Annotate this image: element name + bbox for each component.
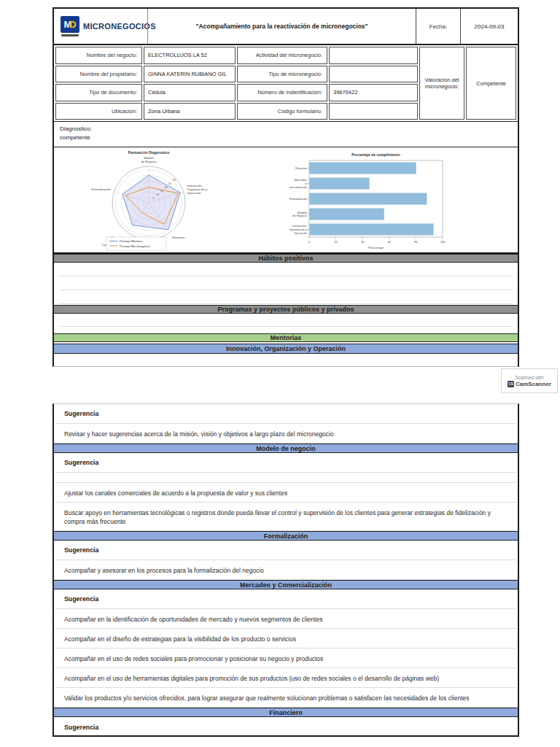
suggestion-text: Buscar apoyo en herramientas tecnológica… [55, 503, 516, 531]
document-title: "Acompañamiento para la reactivación de … [147, 9, 416, 44]
suggestion-text: Acompañar en el diseño de estrategias pa… [55, 629, 516, 649]
section-header: Modelo de negocio [54, 444, 518, 453]
section-header: Financiero [54, 708, 518, 717]
sugerencia-label: Sugerencia [55, 717, 516, 737]
camscanner-watermark: Scanned with CS CamScanner [501, 368, 558, 393]
bar-chart: Porcentaje de cumplimientoFinanzasMercad… [289, 149, 517, 252]
form-label: Ubicación: [55, 103, 142, 120]
svg-text:Porcentaje de cumplimiento: Porcentaje de cumplimiento [351, 152, 400, 157]
scanned-page-2: SugerenciaRevisar y hacer sugerencias ac… [52, 403, 519, 737]
micronegocios-logo: MD MICRONEGOCIOS [54, 9, 147, 44]
suggestion-text: Acompañar en el uso de redes sociales pa… [55, 649, 516, 668]
svg-text:0: 0 [308, 240, 311, 244]
form-value: Cédula [144, 84, 236, 101]
form-value: ELECTROLUJOS LA 52 [144, 47, 236, 64]
diagnostico-box: Diagnostico: competente [54, 122, 518, 147]
sugerencia-label: Sugerencia [55, 589, 516, 609]
form-value: 39670422 [329, 84, 418, 101]
logo-subtext [61, 34, 79, 36]
form-value: GINNA KATERIN RUBIANO GIL [144, 66, 236, 83]
section-header-mentorias: Mentorias [54, 333, 518, 342]
sugerencia-label: Sugerencia [55, 404, 516, 424]
svg-text:Porcentaje: Porcentaje [368, 246, 384, 249]
camscanner-icon: CS [508, 381, 514, 387]
svg-text:Formalización: Formalización [289, 197, 307, 201]
blank-line [59, 314, 513, 327]
valoracion-label: Valoracion delmicronegocio: [419, 47, 464, 120]
blank-line [59, 276, 513, 290]
suggestion-text: Acompañar en la identificación de oportu… [55, 609, 516, 629]
form-label: Número de indentificación: [237, 84, 327, 101]
svg-text:Operación: Operación [187, 191, 201, 195]
section-header-habitos: Hábitos positivos [54, 254, 518, 263]
fecha-value: 2024-09-03 [461, 9, 518, 44]
logo-wordmark: MICRONEGOCIOS [83, 22, 156, 31]
sugerencia-label: Sugerencia [55, 453, 516, 473]
charts-row: Puntuación DiagnosticoModelode NegocioFo… [54, 147, 518, 254]
svg-text:15: 15 [160, 190, 163, 193]
suggestion-text: Acompañar y asesorar en los procesos par… [55, 560, 516, 580]
form-header-row: MD MICRONEGOCIOS "Acompañamiento para la… [54, 9, 518, 45]
svg-text:Puntaje Máximo: Puntaje Máximo [120, 239, 142, 243]
habitos-blank-lines [54, 263, 518, 304]
sugerencia-label: Sugerencia [55, 541, 516, 560]
svg-text:30: 30 [173, 179, 176, 182]
md-logo-icon: MD [61, 16, 79, 33]
svg-text:comercialización: comercialización [289, 185, 307, 189]
svg-text:5: 5 [153, 197, 155, 200]
section-header-programas: Programas y proyectos públicos y privado… [54, 305, 518, 314]
form-label: Nombre del propietario: [55, 66, 142, 83]
svg-text:10: 10 [156, 193, 159, 196]
blank-line [59, 290, 513, 304]
svg-text:Formalización: Formalización [92, 187, 112, 191]
scanned-document-canvas: { "page1": { "logo": { "mark": "MD", "na… [0, 0, 560, 747]
fecha-label: Fecha: [416, 9, 461, 44]
svg-text:Puntaje Micronegocio: Puntaje Micronegocio [120, 244, 150, 248]
svg-text:Puntuación Diagnostico: Puntuación Diagnostico [128, 150, 169, 155]
form-label: Código formulario: [237, 103, 327, 120]
programas-blank-lines [54, 314, 518, 333]
suggestion-text: Validar los productos y/o servicios ofre… [55, 688, 516, 708]
form-label: Tipo de documento: [55, 84, 142, 101]
svg-text:Operación: Operación [294, 231, 307, 235]
section-header: Mercadeo y Comercialización [54, 580, 518, 589]
section-header-innovacion: Innovación, Organización y Operación [54, 344, 518, 354]
section-header: Formalización [54, 531, 518, 541]
form-value [329, 103, 418, 120]
radar-chart: Puntuación DiagnosticoModelode NegocioFo… [60, 147, 279, 254]
svg-text:de Negocio: de Negocio [292, 214, 307, 217]
svg-text:20: 20 [334, 240, 338, 244]
svg-text:Finanzas: Finanzas [295, 166, 307, 170]
suggestion-text: Revisar y hacer sugerencias acerca de la… [55, 424, 516, 444]
svg-text:80: 80 [414, 240, 418, 244]
svg-text:25: 25 [168, 182, 171, 185]
svg-text:20: 20 [164, 186, 167, 189]
svg-text:de Negocio: de Negocio [141, 160, 157, 163]
diagnostico-label: Diagnostico: [60, 125, 512, 133]
logo-mark-column: MD [61, 16, 79, 36]
form-grid: Nombre del negocio:ELECTROLUJOS LA 52Act… [54, 45, 518, 122]
form-label: Tipo de micronegocio: [237, 66, 327, 83]
camscanner-brand: CamScanner [516, 381, 551, 387]
form-label: Nombre del negocio: [55, 47, 142, 64]
blank-line [55, 473, 516, 483]
diagnostico-value: competente [60, 133, 512, 142]
scanned-page-1: MD MICRONEGOCIOS "Acompañamiento para la… [52, 7, 519, 367]
svg-text:60: 60 [388, 240, 392, 244]
svg-text:Finanzas: Finanzas [172, 236, 184, 239]
suggestion-text: Ajustar los canales comerciales de acuer… [55, 483, 516, 503]
valoracion-value: Competente [466, 47, 516, 120]
form-value: Zona Urbana [144, 103, 236, 120]
form-value [329, 66, 418, 83]
camscanner-scanned-with: Scanned with [515, 375, 543, 380]
form-value [329, 47, 418, 64]
blank-line [59, 263, 513, 276]
svg-text:40: 40 [361, 240, 365, 244]
camscanner-brand-row: CS CamScanner [508, 381, 551, 387]
svg-text:100: 100 [440, 240, 446, 244]
suggestion-text: Acompañar en el uso de herramientas digi… [55, 668, 516, 688]
form-label: Actividad del micronegocio: [237, 47, 327, 64]
